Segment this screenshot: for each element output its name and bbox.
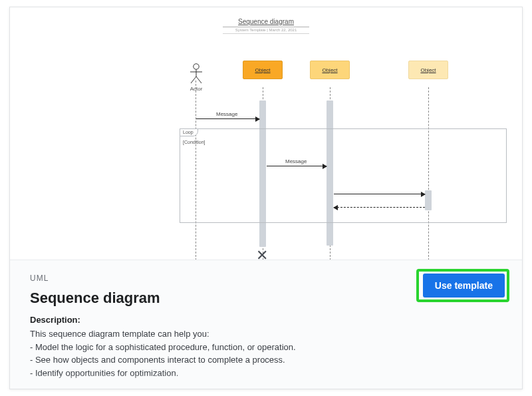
description-bullet: - See how objects and components interac… xyxy=(30,353,502,367)
description-bullet: - Model the logic for a sophisticated pr… xyxy=(30,341,502,354)
destroy-icon: ✕ xyxy=(256,247,268,260)
loop-fragment: Loop [Condition] xyxy=(180,128,507,223)
actor: Actor xyxy=(186,63,206,92)
description-bullet: - Identify opportunities for optimizatio… xyxy=(30,367,502,380)
actor-icon xyxy=(189,63,203,85)
message-label: Message xyxy=(216,111,237,117)
template-card: Sequence diagram System Template | March… xyxy=(9,7,523,389)
description-intro: This sequence diagram template can help … xyxy=(30,327,502,341)
diagram-title: Sequence diagram xyxy=(223,18,309,27)
use-template-button[interactable]: Use template xyxy=(423,274,505,297)
diagram-subtitle: System Template | March 22, 2021 xyxy=(223,28,309,34)
loop-tab: Loop xyxy=(180,128,198,136)
diagram-title-block: Sequence diagram System Template | March… xyxy=(223,18,309,34)
svg-line-4 xyxy=(196,77,201,83)
template-info-panel: UML Sequence diagram Description: This s… xyxy=(10,260,522,389)
object-label: Object xyxy=(322,67,337,73)
description-body: This sequence diagram template can help … xyxy=(30,327,502,379)
svg-point-0 xyxy=(194,64,199,69)
loop-condition: [Condition] xyxy=(183,140,205,144)
object-label: Object xyxy=(420,67,436,73)
description-heading: Description: xyxy=(30,315,502,325)
object-box-3: Object xyxy=(408,61,448,79)
template-preview: Sequence diagram System Template | March… xyxy=(10,7,522,260)
object-label: Object xyxy=(255,67,270,73)
object-box-2: Object xyxy=(310,61,350,79)
message-arrow-1: Message xyxy=(196,118,259,119)
object-box-1: Object xyxy=(243,61,283,79)
actor-label: Actor xyxy=(186,86,206,92)
